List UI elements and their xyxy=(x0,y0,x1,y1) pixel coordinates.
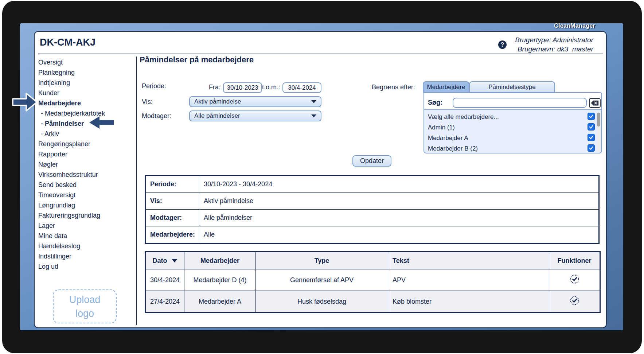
list-scrollbar-thumb[interactable] xyxy=(597,113,600,127)
user-name-line: Brugernavn: dk3_master xyxy=(515,44,593,54)
sidebar-item-haendelseslog[interactable]: Hændelseslog xyxy=(38,241,135,251)
upload-logo-line1: Upload xyxy=(69,293,101,307)
sidebar-item-indtjekning[interactable]: Indtjekning xyxy=(38,78,135,88)
table-header-row: Dato Medarbejder Type Tekst Funktioner xyxy=(145,252,600,269)
table-row: Periode: 30/10-2023 - 30/4-2024 xyxy=(145,176,599,193)
app-window: DK-CM-AKJ ? Brugertype: Administrator Br… xyxy=(34,31,607,328)
confirm-check-icon[interactable] xyxy=(570,274,579,284)
cell-medarbejder: Medarbejder A xyxy=(184,291,256,313)
employee-list: Vælg alle medarbejdere... Admin (1) Meda… xyxy=(424,109,601,153)
sidebar-item-log-ud[interactable]: Log ud xyxy=(38,261,135,272)
table-row: Vis: Aktiv påmindelse xyxy=(145,193,599,210)
sidebar-item-oversigt[interactable]: Oversigt xyxy=(38,57,135,67)
summary-label: Medarbejdere: xyxy=(145,226,200,244)
checkbox-medarbejder-b[interactable] xyxy=(588,144,595,152)
sidebar-item-medarbejderkartotek[interactable]: - Medarbejderkartotek xyxy=(38,108,135,118)
modtager-label: Modtager: xyxy=(142,112,171,120)
cell-funktioner xyxy=(549,269,600,291)
tab-paamindelsestype[interactable]: Påmindelsestype xyxy=(469,81,555,93)
filter-tabs: Medarbejdere Påmindelsestype xyxy=(423,81,555,93)
sidebar-item-paamindelser[interactable]: - Påmindelser xyxy=(38,118,135,129)
table-row: 27/4-2024 Medarbejder A Husk fødselsdag … xyxy=(145,291,600,313)
sidebar-item-loengrundlag[interactable]: Løngrundlag xyxy=(38,200,135,210)
confirm-check-icon[interactable] xyxy=(570,296,579,306)
from-date-input[interactable] xyxy=(223,82,262,93)
summary-value: Alle påmindelser xyxy=(200,210,599,226)
chevron-down-icon xyxy=(311,100,316,103)
summary-value: Alle xyxy=(200,226,599,244)
sidebar-item-virksomhedsstruktur[interactable]: Virksomhedsstruktur xyxy=(38,170,135,180)
modtager-dropdown-value: Alle påmindelser xyxy=(194,112,240,120)
sidebar: Oversigt Planlægning Indtjekning Kunder … xyxy=(38,57,135,272)
cell-funktioner xyxy=(549,291,600,313)
table-row: 30/4-2024 Medarbejder D (4) Gennemførsel… xyxy=(145,269,600,291)
sidebar-item-send-besked[interactable]: Send besked xyxy=(38,180,135,190)
sidebar-item-mine-data[interactable]: Mine data xyxy=(38,231,135,241)
table-row: Modtager: Alle påmindelser xyxy=(145,210,599,226)
list-item-medarbejder-b[interactable]: Medarbejder B (2) xyxy=(428,145,478,152)
vis-label: Vis: xyxy=(142,98,153,106)
chevron-down-icon xyxy=(311,114,316,117)
sidebar-item-lager[interactable]: Lager xyxy=(38,221,135,231)
summary-label: Periode: xyxy=(145,176,200,193)
backspace-icon xyxy=(591,100,599,106)
periode-label: Periode: xyxy=(142,82,166,90)
screenshot-canvas: CleanManager DK-CM-AKJ ? Brugertype: Adm… xyxy=(0,0,644,354)
column-header-tekst: Tekst xyxy=(388,252,549,269)
column-header-type: Type xyxy=(256,252,388,269)
search-input[interactable] xyxy=(453,98,587,108)
cell-tekst: APV xyxy=(388,269,549,291)
sidebar-item-kunder[interactable]: Kunder xyxy=(38,88,135,98)
cell-dato: 27/4-2024 xyxy=(145,291,184,313)
employee-filter-panel: Søg: Vælg alle medarbejdere... Admin (1)… xyxy=(424,92,602,153)
opdater-button[interactable]: Opdater xyxy=(352,155,391,167)
help-icon[interactable]: ? xyxy=(498,40,507,49)
list-item-admin[interactable]: Admin (1) xyxy=(428,124,455,131)
user-type-line: Brugertype: Administrator xyxy=(515,35,593,44)
user-info: Brugertype: Administrator Brugernavn: dk… xyxy=(515,35,593,54)
summary-value: Aktiv påmindelse xyxy=(200,193,599,210)
modtager-dropdown[interactable]: Alle påmindelser xyxy=(189,110,321,121)
page-title: DK-CM-AKJ xyxy=(40,37,95,48)
tom-label: t.o.m.: xyxy=(261,83,280,91)
brand-logo: CleanManager xyxy=(554,23,595,29)
column-header-funktioner: Funktioner xyxy=(549,252,600,269)
column-header-dato[interactable]: Dato xyxy=(145,252,184,269)
cell-tekst: Køb blomster xyxy=(388,291,549,313)
sidebar-item-noegler[interactable]: Nøgler xyxy=(38,159,135,170)
column-header-medarbejder: Medarbejder xyxy=(184,252,256,269)
sidebar-item-timeoversigt[interactable]: Timeoversigt xyxy=(38,190,135,200)
clear-search-button[interactable] xyxy=(589,98,601,108)
sidebar-item-rapporter[interactable]: Rapporter xyxy=(38,149,135,159)
content-heading: Påmindelser på medarbejdere xyxy=(140,55,254,65)
sidebar-item-indstillinger[interactable]: Indstillinger xyxy=(38,251,135,261)
fra-label: Fra: xyxy=(195,83,220,91)
cell-medarbejder: Medarbejder D (4) xyxy=(184,269,256,291)
reminders-table: Dato Medarbejder Type Tekst Funktioner 3… xyxy=(145,251,601,313)
upload-logo-line2: logo xyxy=(75,307,94,320)
content-divider xyxy=(136,57,137,325)
tab-medarbejdere[interactable]: Medarbejdere xyxy=(423,81,469,93)
upload-logo-button[interactable]: Upload logo xyxy=(53,289,117,323)
search-label: Søg: xyxy=(428,99,442,106)
checkbox-admin[interactable] xyxy=(588,123,595,131)
vis-dropdown-value: Aktiv påmindelse xyxy=(194,98,241,105)
summary-label: Modtager: xyxy=(145,210,200,226)
cell-type: Husk fødselsdag xyxy=(256,291,388,313)
sidebar-item-faktureringsgrundlag[interactable]: Faktureringsgrundlag xyxy=(38,210,135,221)
to-date-input[interactable] xyxy=(282,82,321,93)
vis-dropdown[interactable]: Aktiv påmindelse xyxy=(189,96,321,107)
header-divider xyxy=(38,54,603,54)
sort-descending-icon xyxy=(172,259,177,262)
checkbox-medarbejder-a[interactable] xyxy=(588,134,595,141)
list-item-medarbejder-a[interactable]: Medarbejder A xyxy=(428,135,468,142)
sidebar-item-medarbejdere[interactable]: Medarbejdere xyxy=(38,98,135,108)
sidebar-item-arkiv[interactable]: - Arkiv xyxy=(38,129,135,139)
table-row: Medarbejdere: Alle xyxy=(145,226,599,244)
list-item-select-all[interactable]: Vælg alle medarbejdere... xyxy=(428,113,499,121)
sidebar-item-planlaegning[interactable]: Planlægning xyxy=(38,67,135,78)
checkbox-select-all[interactable] xyxy=(588,113,595,120)
summary-value: 30/10-2023 - 30/4-2024 xyxy=(200,176,599,193)
list-scrollbar[interactable] xyxy=(597,111,600,152)
sidebar-item-rengoeringsplaner[interactable]: Rengøringsplaner xyxy=(38,139,135,149)
